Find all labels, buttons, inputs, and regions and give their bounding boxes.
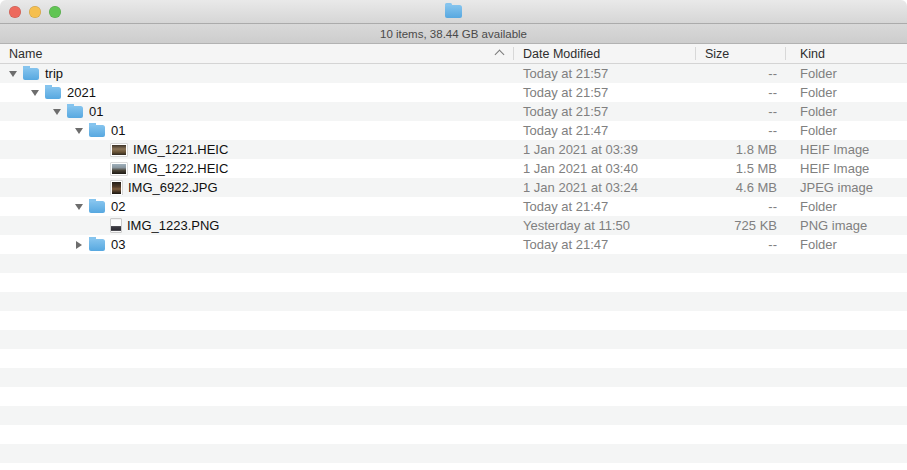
file-size: 725 KB (695, 218, 785, 233)
file-name: 01 (89, 104, 103, 119)
date-modified: Today at 21:47 (513, 123, 695, 138)
column-header-name[interactable]: Name (0, 44, 513, 63)
table-row[interactable]: 01 Today at 21:47 -- Folder (0, 121, 907, 140)
empty-row (0, 292, 907, 311)
column-header-kind[interactable]: Kind (785, 44, 907, 63)
empty-row (0, 311, 907, 330)
date-modified: 1 Jan 2021 at 03:40 (513, 161, 695, 176)
file-name: IMG_1223.PNG (127, 218, 220, 233)
date-modified: Today at 21:47 (513, 199, 695, 214)
file-name: trip (45, 66, 63, 81)
file-kind: Folder (785, 104, 907, 119)
file-kind: Folder (785, 85, 907, 100)
table-row[interactable]: trip Today at 21:57 -- Folder (0, 64, 907, 83)
date-modified: Today at 21:57 (513, 66, 695, 81)
empty-row (0, 349, 907, 368)
file-size: -- (695, 237, 785, 252)
file-size: 1.5 MB (695, 161, 785, 176)
date-modified: Yesterday at 11:50 (513, 218, 695, 233)
finder-window: 10 items, 38.44 GB available Name Date M… (0, 0, 907, 470)
empty-row (0, 254, 907, 273)
photo-thumbnail-icon (111, 181, 122, 195)
empty-row (0, 406, 907, 425)
column-header-date-label: Date Modified (523, 47, 600, 61)
file-name: 02 (111, 199, 125, 214)
folder-icon (67, 106, 83, 118)
file-name: 03 (111, 237, 125, 252)
date-modified: 1 Jan 2021 at 03:24 (513, 180, 695, 195)
table-row[interactable]: IMG_6922.JPG 1 Jan 2021 at 03:24 4.6 MB … (0, 178, 907, 197)
sort-ascending-icon (495, 50, 505, 60)
empty-row (0, 330, 907, 349)
file-kind: Folder (785, 199, 907, 214)
folder-icon (45, 87, 61, 99)
disclosure-triangle-collapsed[interactable] (69, 241, 89, 249)
photo-thumbnail-icon (111, 163, 127, 175)
file-kind: Folder (785, 66, 907, 81)
date-modified: Today at 21:57 (513, 104, 695, 119)
folder-proxy-icon[interactable] (445, 5, 462, 18)
file-size: 4.6 MB (695, 180, 785, 195)
file-name: IMG_1222.HEIC (133, 161, 228, 176)
file-name: IMG_6922.JPG (128, 180, 218, 195)
titlebar[interactable] (0, 0, 907, 24)
window-title-area (0, 0, 907, 23)
date-modified: 1 Jan 2021 at 03:39 (513, 142, 695, 157)
file-size: -- (695, 85, 785, 100)
file-size: -- (695, 123, 785, 138)
table-row[interactable]: IMG_1222.HEIC 1 Jan 2021 at 03:40 1.5 MB… (0, 159, 907, 178)
folder-icon (89, 239, 105, 251)
folder-icon (89, 125, 105, 137)
empty-row (0, 425, 907, 444)
file-kind: HEIF Image (785, 161, 907, 176)
file-size: -- (695, 199, 785, 214)
folder-icon (89, 201, 105, 213)
date-modified: Today at 21:57 (513, 85, 695, 100)
table-row[interactable]: 02 Today at 21:47 -- Folder (0, 197, 907, 216)
column-headers: Name Date Modified Size Kind (0, 44, 907, 64)
table-row[interactable]: 01 Today at 21:57 -- Folder (0, 102, 907, 121)
photo-thumbnail-icon (111, 144, 127, 156)
column-header-name-label: Name (9, 47, 42, 61)
table-row[interactable]: 2021 Today at 21:57 -- Folder (0, 83, 907, 102)
file-name: 01 (111, 123, 125, 138)
file-kind: JPEG image (785, 180, 907, 195)
column-header-kind-label: Kind (800, 47, 825, 61)
disclosure-triangle-expanded[interactable] (69, 128, 89, 134)
empty-row (0, 368, 907, 387)
file-kind: Folder (785, 123, 907, 138)
file-list: trip Today at 21:57 -- Folder 2021 Today… (0, 64, 907, 463)
disclosure-triangle-expanded[interactable] (69, 204, 89, 210)
screenshot-thumbnail-icon (111, 219, 121, 232)
empty-row (0, 387, 907, 406)
file-size: 1.8 MB (695, 142, 785, 157)
empty-row (0, 273, 907, 292)
column-header-size-label: Size (705, 47, 729, 61)
status-text: 10 items, 38.44 GB available (380, 28, 527, 40)
disclosure-triangle-expanded[interactable] (3, 71, 23, 77)
file-name: IMG_1221.HEIC (133, 142, 228, 157)
disclosure-triangle-expanded[interactable] (25, 90, 45, 96)
table-row[interactable]: IMG_1223.PNG Yesterday at 11:50 725 KB P… (0, 216, 907, 235)
file-size: -- (695, 104, 785, 119)
status-bar: 10 items, 38.44 GB available (0, 24, 907, 44)
folder-icon (23, 68, 39, 80)
disclosure-triangle-expanded[interactable] (47, 109, 67, 115)
empty-row (0, 444, 907, 463)
table-row[interactable]: 03 Today at 21:47 -- Folder (0, 235, 907, 254)
file-size: -- (695, 66, 785, 81)
column-header-size[interactable]: Size (695, 44, 785, 63)
date-modified: Today at 21:47 (513, 237, 695, 252)
table-row[interactable]: IMG_1221.HEIC 1 Jan 2021 at 03:39 1.8 MB… (0, 140, 907, 159)
file-kind: Folder (785, 237, 907, 252)
file-kind: PNG image (785, 218, 907, 233)
file-kind: HEIF Image (785, 142, 907, 157)
file-name: 2021 (67, 85, 96, 100)
column-header-date-modified[interactable]: Date Modified (513, 44, 695, 63)
